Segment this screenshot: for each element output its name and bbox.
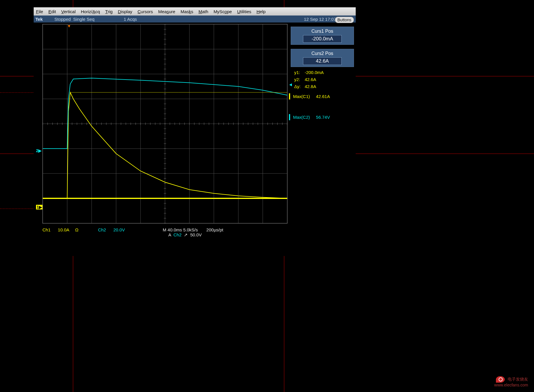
y2-label: y2: (292, 76, 302, 83)
watermark-brand: 电子发烧友 (508, 377, 528, 381)
trig-a: A (168, 232, 171, 237)
watermark-logo-icon (496, 376, 505, 383)
trig-source: Ch2 (174, 232, 182, 237)
ch2-scale: 20.0V (113, 227, 125, 232)
y1-value: -200.0mA (303, 69, 326, 76)
trig-level: 50.0V (190, 232, 202, 237)
menu-math[interactable]: Math (198, 9, 208, 14)
menu-edit[interactable]: Edit (48, 9, 56, 14)
trigger-position-marker[interactable]: ▼ (67, 24, 71, 28)
curs2-panel[interactable]: Curs2 Pos 42.6A (291, 49, 354, 67)
watermark: 电子发烧友 www.elecfans.com (494, 376, 528, 387)
menu-trig[interactable]: Trig (105, 9, 112, 14)
curs2-title: Curs2 Pos (293, 51, 352, 56)
curs1-title: Curs1 Pos (293, 29, 352, 34)
curs2-value: 42.6A (303, 57, 342, 65)
right-panel: Curs1 Pos -200.0mA Curs2 Pos 42.6A y1:-2… (289, 23, 356, 120)
menu-file[interactable]: File (36, 9, 43, 14)
tek-logo-text: Tek (35, 17, 43, 22)
menu-myscope[interactable]: MyScope (213, 9, 232, 14)
menu-display[interactable]: Display (118, 9, 132, 14)
ch1-label: Ch1 (42, 227, 51, 232)
menu-help[interactable]: Help (256, 9, 266, 14)
watermark-url: www.elecfans.com (494, 383, 528, 387)
menu-vertical[interactable]: Vertical (61, 9, 76, 14)
menu-cursors[interactable]: Cursors (138, 9, 153, 14)
curs1-value: -200.0mA (303, 35, 342, 43)
y1-label: y1: (292, 69, 302, 76)
menubar: File Edit Vertical Horiz/Acq Trig Displa… (34, 7, 356, 16)
ch1-scale: 10.0A (58, 227, 69, 232)
measurement-max-c1: Max(C1) 42.61A (289, 93, 356, 99)
main-area: Buttons 1▶ 2▶ ▼ Ch1 10.0A Ω Ch2 20.0V (34, 23, 356, 256)
sample-interval: 200µs/pt (206, 227, 223, 232)
curs1-panel[interactable]: Curs1 Pos -200.0mA (291, 27, 354, 45)
menu-measure[interactable]: Measure (158, 9, 175, 14)
menu-horiz-acq[interactable]: Horiz/Acq (81, 9, 100, 14)
waveforms (43, 24, 287, 223)
acqs: 1 Acqs (124, 17, 137, 22)
timebase: M 40.0ms 5.0kS/s (163, 227, 198, 232)
channel-scale-labels: Ch1 10.0A Ω Ch2 20.0V M 40.0ms 5.0kS/s 2… (42, 227, 223, 238)
measurement-max-c2: Max(C2) 56.74V (289, 114, 356, 120)
menu-utilities[interactable]: Utilities (237, 9, 251, 14)
trig-edge-icon: ↗ (184, 232, 188, 237)
dy-value: 42.8A (303, 83, 326, 90)
statusbar: Tek Stopped Single Seq 1 Acqs 12 Sep 12 … (34, 16, 356, 23)
oscilloscope-window: File Edit Vertical Horiz/Acq Trig Displa… (34, 7, 356, 256)
menu-masks[interactable]: Masks (181, 9, 193, 14)
ch2-ref-marker[interactable]: 2▶ (36, 148, 42, 153)
ch1-ref-marker[interactable]: 1▶ (36, 205, 43, 209)
ch2-label: Ch2 (98, 227, 106, 232)
waveform-display[interactable]: ▼ (42, 24, 287, 223)
cursor-readout: y1:-200.0mA y2:42.6A Δy:42.8A (289, 67, 329, 92)
y2-value: 42.6A (303, 76, 326, 83)
ch1-coupling-icon: Ω (75, 227, 78, 232)
run-state: Stopped Single Seq (54, 17, 95, 22)
dy-label: Δy: (292, 83, 302, 90)
buttons-toggle[interactable]: Buttons (335, 17, 354, 23)
